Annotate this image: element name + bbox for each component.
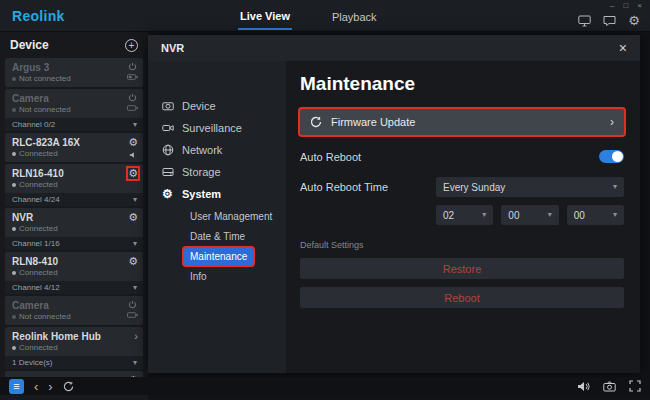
default-settings-label: Default Settings [300, 240, 624, 250]
device-name: RLN16-410 [12, 168, 137, 179]
device-status: Not connected [12, 105, 137, 114]
maximize-button[interactable]: □ [623, 1, 628, 10]
channel-label: 1 Device(s) [12, 358, 52, 367]
device-status: Connected [12, 149, 137, 158]
modal-header: NVR × [148, 35, 640, 61]
snapshot-icon[interactable] [603, 381, 616, 392]
add-device-button[interactable]: + [125, 39, 138, 52]
nav-item-surveillance[interactable]: Surveillance [148, 117, 286, 139]
device-item-home-hub[interactable]: Reolink Home Hub Connected › 1 Device(s)… [5, 327, 143, 369]
refresh-icon[interactable] [63, 381, 74, 392]
device-settings-gear-icon[interactable]: ⚙ [128, 168, 138, 179]
nav-label: System [182, 188, 221, 200]
channel-selector[interactable]: Channel 0/2 ▾ [5, 118, 143, 131]
device-item-nvr[interactable]: NVR Connected ⚙ Channel 1/16 ▾ [5, 208, 143, 250]
titlebar-icon-group: ⚙ [578, 14, 640, 27]
day-select[interactable]: Every Sunday ▾ [436, 177, 624, 197]
status-dot [12, 227, 16, 231]
chat-icon[interactable] [603, 15, 616, 27]
tab-live-view[interactable]: Live View [238, 2, 292, 30]
subnav-info[interactable]: Info [184, 268, 213, 285]
power-icon[interactable] [128, 62, 137, 71]
firmware-update-label: Firmware Update [331, 116, 415, 128]
settings-nav: Device Surveillance Network [148, 61, 286, 373]
firmware-update-icon [310, 116, 322, 128]
device-item-rln16-410[interactable]: RLN16-410 Connected ⚙ Channel 4/24 ▾ [5, 164, 143, 206]
tab-playback[interactable]: Playback [330, 3, 379, 29]
hour-select[interactable]: 02 ▾ [436, 205, 493, 225]
status-dot [12, 152, 16, 156]
device-name: RLN8-410 [12, 256, 137, 267]
hard-drive-icon [162, 166, 174, 178]
view-list-icon[interactable]: ≡ [9, 379, 24, 394]
device-settings-gear-icon[interactable]: ⚙ [128, 137, 138, 148]
device-name: Argus 3 [12, 62, 137, 73]
device-status: Connected [12, 343, 137, 352]
status-text: Not connected [19, 74, 71, 83]
nav-item-device[interactable]: Device [148, 95, 286, 117]
nav-item-network[interactable]: Network [148, 139, 286, 161]
status-dot [12, 77, 16, 81]
minute-select[interactable]: 00 ▾ [501, 205, 558, 225]
power-icon[interactable] [128, 93, 137, 102]
speaker-icon[interactable] [129, 151, 137, 159]
reolink-client-window: Reolink Live View Playback – □ × ⚙ [0, 0, 650, 400]
chevron-down-icon: ▾ [133, 359, 137, 367]
subnav-maintenance[interactable]: Maintenance [184, 248, 253, 265]
chevron-down-icon: ▾ [133, 196, 137, 204]
status-text: Connected [19, 180, 58, 189]
subnav-user-management[interactable]: User Management [184, 208, 278, 225]
channel-selector[interactable]: Channel 1/16 ▾ [5, 237, 143, 250]
window-close-button[interactable]: × [637, 1, 642, 10]
device-item-rln8-410[interactable]: RLN8-410 Connected ⚙ Channel 4/12 ▾ [5, 252, 143, 294]
volume-icon[interactable] [577, 381, 590, 392]
firmware-update-row[interactable]: Firmware Update › [300, 109, 624, 135]
hour-select-value: 02 [443, 210, 454, 221]
restore-button[interactable]: Restore [300, 258, 624, 279]
chevron-down-icon: ▾ [548, 211, 552, 219]
close-icon[interactable]: × [619, 41, 627, 55]
device-item-rlc823a[interactable]: RLC-823A 16X Connected ⚙ [5, 133, 143, 162]
device-name: Reolink Home Hub [12, 331, 137, 342]
display-icon[interactable] [578, 15, 591, 27]
device-status: Connected [12, 268, 137, 277]
window-controls: – □ × [610, 1, 642, 10]
second-select[interactable]: 00 ▾ [567, 205, 624, 225]
channel-label: Channel 4/24 [12, 195, 60, 204]
status-dot [12, 108, 16, 112]
channel-selector[interactable]: 1 Device(s) ▾ [5, 356, 143, 369]
status-text: Connected [19, 343, 58, 352]
reolink-logo: Reolink [12, 8, 65, 24]
device-settings-gear-icon[interactable]: ⚙ [128, 256, 138, 267]
chevron-right-icon[interactable]: › [134, 331, 138, 342]
main-tabs: Live View Playback [238, 0, 379, 32]
chevron-right-icon[interactable]: › [48, 380, 52, 393]
battery-icon [127, 105, 138, 111]
device-item-camera2[interactable]: Camera Not connected [5, 296, 143, 325]
nav-item-storage[interactable]: Storage [148, 161, 286, 183]
device-item-argus3[interactable]: Argus 3 Not connected [5, 58, 143, 87]
auto-reboot-time-controls: Every Sunday ▾ 02 ▾ 00 ▾ [436, 177, 624, 225]
channel-selector[interactable]: Channel 4/12 ▾ [5, 281, 143, 294]
status-text: Not connected [19, 312, 71, 321]
device-settings-gear-icon[interactable]: ⚙ [128, 212, 138, 223]
status-text: Connected [19, 268, 58, 277]
power-icon[interactable] [128, 300, 137, 309]
auto-reboot-time-row: Auto Reboot Time Every Sunday ▾ 02 ▾ [300, 177, 624, 225]
nav-item-system[interactable]: ⚙ System [148, 183, 286, 205]
auto-reboot-toggle[interactable] [599, 150, 624, 163]
chevron-left-icon[interactable]: ‹ [34, 380, 38, 393]
status-text: Connected [19, 149, 58, 158]
minimize-button[interactable]: – [610, 1, 614, 10]
channel-selector[interactable]: Channel 4/24 ▾ [5, 193, 143, 206]
status-text: Connected [19, 224, 58, 233]
chevron-down-icon: ▾ [613, 211, 617, 219]
chevron-down-icon: ▾ [482, 211, 486, 219]
fullscreen-icon[interactable] [629, 380, 641, 392]
gear-icon[interactable]: ⚙ [628, 14, 640, 27]
reboot-button[interactable]: Reboot [300, 287, 624, 308]
chevron-down-icon: ▾ [613, 183, 617, 191]
subnav-date-time[interactable]: Date & Time [184, 228, 251, 245]
device-item-camera1[interactable]: Camera Not connected Channel 0/2 ▾ [5, 89, 143, 131]
auto-reboot-label: Auto Reboot [300, 151, 361, 163]
